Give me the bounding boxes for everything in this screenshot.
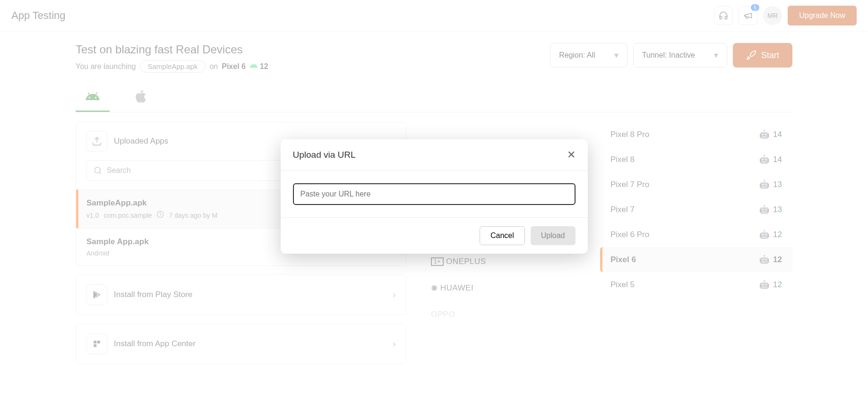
close-button[interactable]: ✕ [567,149,576,161]
modal-title: Upload via URL [293,150,356,160]
url-input[interactable] [293,183,576,205]
upload-url-modal: Upload via URL ✕ Cancel Upload [281,139,588,254]
close-icon: ✕ [567,149,576,161]
modal-overlay: Upload via URL ✕ Cancel Upload [0,0,868,418]
cancel-button[interactable]: Cancel [480,226,525,245]
upload-button[interactable]: Upload [531,226,576,245]
